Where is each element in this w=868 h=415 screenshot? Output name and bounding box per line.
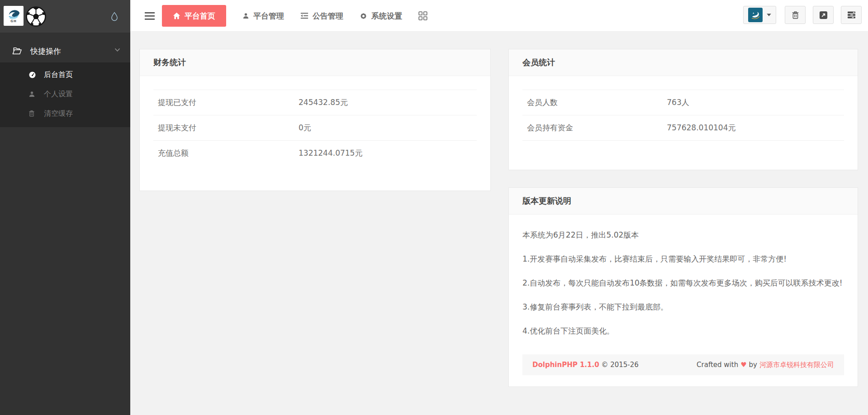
hamburger-menu-icon[interactable]: [145, 12, 155, 20]
row-label: 提现未支付: [153, 115, 294, 141]
row-value: 757628.010104元: [662, 115, 844, 141]
release-note-line: 4.优化前台下注页面美化。: [522, 325, 844, 337]
sidebar-parent-label: 快捷操作: [30, 46, 61, 57]
finance-stats-panel: 财务统计 提现已支付 245432.85元 提现未支付 0元 充值总额 1321…: [139, 49, 491, 191]
brand-link[interactable]: DolphinPHP 1.1.0: [532, 361, 599, 369]
dolphin-logo-icon: [6, 9, 21, 20]
panel-body: 会员人数 763人 会员持有资金 757628.010104元: [509, 76, 858, 154]
folder-open-icon: [12, 47, 22, 55]
finance-table: 提现已支付 245432.85元 提现未支付 0元 充值总额 1321244.0…: [153, 90, 477, 166]
company-link[interactable]: 河源市卓锐科技有限公司: [759, 361, 834, 369]
tasks-button[interactable]: [841, 6, 862, 24]
release-note-line: 2.自动发布，每次只能自动发布10条数据，如需每次发布更多场次，购买后可以联系技…: [522, 277, 844, 289]
gear-icon: [360, 12, 367, 20]
sidebar-item-dashboard[interactable]: 后台首页: [0, 65, 130, 85]
clear-cache-button[interactable]: [785, 6, 806, 24]
row-label: 充值总额: [153, 141, 294, 166]
copyright-text: © 2015-26: [601, 361, 638, 369]
soccer-ball-icon: [26, 6, 46, 27]
sidebar: GH: [0, 0, 130, 415]
trash-icon: [28, 110, 35, 117]
sidebar-item-label: 后台首页: [44, 70, 73, 80]
release-note-line: 本系统为6月22日，推出5.02版本: [522, 229, 844, 241]
user-icon: [242, 12, 249, 19]
row-value: 0元: [294, 115, 477, 141]
tab-label: 系统设置: [371, 11, 402, 21]
table-row: 提现已支付 245432.85元: [153, 90, 477, 115]
panel-footer: DolphinPHP 1.1.0 © 2015-26 Crafted with …: [522, 354, 844, 375]
panel-title: 版本更新说明: [522, 196, 571, 206]
top-navbar: 平台首页 平台管理 公告管理: [130, 0, 868, 32]
panel-header: 版本更新说明: [509, 188, 858, 215]
sidebar-item-quick-actions[interactable]: 快捷操作: [0, 40, 130, 62]
row-label: 提现已支付: [153, 90, 294, 115]
home-icon: [173, 12, 180, 19]
outdent-list-icon: [300, 12, 308, 19]
trash-icon: [792, 11, 799, 19]
panel-title: 财务统计: [153, 57, 186, 68]
panel-body: 提现已支付 245432.85元 提现未支付 0元 充值总额 1321244.0…: [140, 76, 490, 180]
user-icon: [28, 91, 35, 98]
sidebar-header: GH: [0, 0, 130, 33]
sidebar-submenu: 后台首页 个人设置 清空缓存: [0, 62, 130, 127]
panel-title: 会员统计: [522, 57, 555, 68]
site-logo[interactable]: GH: [4, 6, 24, 26]
nav-items: 平台首页 平台管理 公告管理: [162, 0, 427, 32]
main-content: 财务统计 提现已支付 245432.85元 提现未支付 0元 充值总额 1321…: [130, 32, 868, 415]
table-row: 充值总额 1321244.0715元: [153, 141, 477, 166]
table-row: 提现未支付 0元: [153, 115, 477, 141]
dashboard-icon: [28, 71, 36, 79]
dolphin-avatar-icon: [750, 10, 761, 20]
release-notes-panel: 版本更新说明 本系统为6月22日，推出5.02版本 1.开发赛事自动采集发布，比…: [508, 187, 858, 387]
tab-system-settings[interactable]: 系统设置: [360, 11, 402, 21]
table-row: 会员持有资金 757628.010104元: [522, 115, 844, 141]
external-link-icon: [819, 11, 828, 19]
sidebar-item-clear-cache[interactable]: 清空缓存: [0, 104, 130, 124]
row-value: 245432.85元: [294, 90, 477, 115]
logo-text: GH: [10, 19, 17, 23]
member-stats-panel: 会员统计 会员人数 763人 会员持有资金 757628.010104元: [508, 49, 858, 170]
panel-body: 本系统为6月22日，推出5.02版本 1.开发赛事自动采集发布，比赛结束后，只需…: [509, 215, 858, 386]
chevron-down-icon: [114, 48, 120, 52]
footer-right: Crafted with ♥ by 河源市卓锐科技有限公司: [697, 361, 834, 369]
release-note-line: 3.修复前台赛事列表，不能下拉到最底部。: [522, 301, 844, 313]
tab-announcement-manage[interactable]: 公告管理: [300, 11, 343, 21]
tab-label: 平台首页: [185, 11, 215, 21]
user-menu-button[interactable]: [743, 6, 776, 24]
row-label: 会员持有资金: [522, 115, 662, 141]
sidebar-item-label: 清空缓存: [44, 109, 73, 119]
row-value: 1321244.0715元: [294, 141, 477, 166]
th-large-grid-icon[interactable]: [418, 11, 427, 20]
dolphin-avatar: [748, 8, 763, 22]
caret-down-icon: [766, 13, 772, 17]
footer-left: DolphinPHP 1.1.0 © 2015-26: [532, 361, 639, 369]
tab-label: 平台管理: [253, 11, 284, 21]
tasks-icon: [847, 11, 856, 19]
heart-icon: ♥: [740, 361, 746, 369]
release-note-line: 1.开发赛事自动采集发布，比赛结束后，只需要输入开奖结果即可，非常方便!: [522, 253, 844, 265]
table-row: 会员人数 763人: [522, 90, 844, 115]
crafted-by-text: by: [749, 361, 757, 369]
crafted-text: Crafted with: [697, 361, 738, 369]
row-value: 763人: [662, 90, 844, 115]
row-label: 会员人数: [522, 90, 662, 115]
fullscreen-button[interactable]: [813, 6, 834, 24]
panel-header: 财务统计: [140, 49, 490, 76]
tab-platform-manage[interactable]: 平台管理: [242, 11, 284, 21]
sidebar-item-profile[interactable]: 个人设置: [0, 85, 130, 104]
members-table: 会员人数 763人 会员持有资金 757628.010104元: [522, 90, 844, 141]
tab-label: 公告管理: [313, 11, 343, 21]
panel-header: 会员统计: [509, 49, 858, 76]
water-droplet-icon[interactable]: [110, 12, 119, 22]
tab-platform-home[interactable]: 平台首页: [162, 5, 226, 27]
sidebar-item-label: 个人设置: [44, 90, 73, 99]
